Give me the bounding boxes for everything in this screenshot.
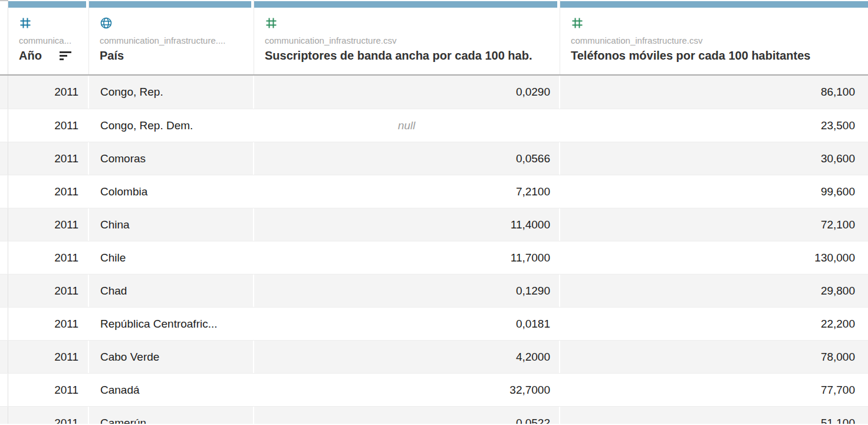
row-gutter (0, 142, 8, 175)
row-gutter (0, 374, 8, 406)
column-selection-bar (8, 1, 86, 8)
cell-banda: 0,0566 (254, 142, 560, 175)
field-name: Año (19, 48, 42, 63)
cell-ano: 2011 (8, 109, 89, 142)
cell-value: 0,1290 (516, 285, 550, 298)
column-selection-bar (560, 1, 868, 8)
cell-telefonos: 72,100 (560, 208, 868, 241)
cell-value: 99,600 (821, 185, 855, 198)
field-name: Teléfonos móviles por cada 100 habitante… (571, 48, 810, 63)
cell-value: Congo, Rep. Dem. (100, 119, 193, 132)
globe-icon (100, 17, 113, 30)
sort-descending-icon[interactable] (60, 51, 71, 60)
table-row: 2011Colombia7,210099,600 (0, 175, 868, 208)
field-name-row: País (100, 48, 248, 63)
cell-value: 11,4000 (511, 218, 550, 231)
cell-ano: 2011 (8, 308, 89, 340)
cell-pais: China (89, 208, 254, 241)
number-type-icon (19, 17, 32, 30)
cell-banda: 0,1290 (254, 274, 560, 307)
cell-value: 2011 (54, 318, 78, 331)
cell-ano: 2011 (8, 374, 89, 406)
row-gutter (0, 76, 8, 109)
cell-value: 2011 (54, 417, 78, 424)
number-type-icon (265, 17, 278, 30)
column-header-ano[interactable]: communica...Año (8, 0, 89, 74)
number-type-icon (571, 17, 584, 30)
cell-value: 2011 (54, 119, 78, 132)
field-name-row: Suscriptores de banda ancha por cada 100… (265, 48, 554, 63)
cell-value: China (100, 218, 130, 231)
cell-value: 130,000 (814, 251, 855, 264)
cell-banda: 11,4000 (254, 208, 560, 241)
cell-value: Camerún (100, 417, 146, 424)
cell-telefonos: 22,200 (560, 308, 868, 340)
column-headers: communica...Añocommunication_infrastruct… (0, 0, 868, 76)
cell-value: Colombia (100, 185, 147, 198)
cell-value: Cabo Verde (100, 351, 159, 364)
cell-value: 86,100 (821, 86, 855, 99)
cell-ano: 2011 (8, 208, 89, 241)
cell-ano: 2011 (8, 241, 89, 274)
cell-ano: 2011 (8, 76, 89, 109)
cell-telefonos: 78,000 (560, 341, 868, 373)
cell-value: 7,2100 (516, 185, 550, 198)
table-row: 2011Congo, Rep.0,029086,100 (0, 76, 868, 109)
table-row: 2011República Centroafric...0,018122,200 (0, 307, 868, 340)
cell-value: Canadá (100, 384, 140, 397)
cell-value: 0,0566 (516, 152, 550, 165)
data-source-grid: communica...Añocommunication_infrastruct… (0, 0, 868, 425)
cell-pais: Colombia (89, 175, 254, 208)
cell-telefonos: 23,500 (560, 109, 868, 142)
cell-value: 2011 (54, 152, 78, 165)
cell-banda: 0,0290 (254, 76, 560, 109)
cell-value: 2011 (54, 384, 78, 397)
cell-value: 22,200 (821, 318, 855, 331)
cell-pais: Canadá (89, 374, 254, 406)
table-body: 2011Congo, Rep.0,029086,1002011Congo, Re… (0, 76, 868, 424)
cell-banda: 32,7000 (254, 374, 560, 406)
column-header-telefonos[interactable]: communication_infrastructure.csvTeléfono… (560, 0, 868, 74)
cell-telefonos: 99,600 (560, 175, 868, 208)
cell-banda: 11,7000 (254, 241, 560, 274)
cell-value: República Centroafric... (100, 318, 218, 331)
cell-value: 0,0181 (516, 318, 550, 331)
cell-value: 78,000 (821, 351, 855, 364)
column-selection-bar (254, 1, 557, 8)
cell-telefonos: 29,800 (560, 274, 868, 307)
row-gutter (0, 175, 8, 208)
cell-value: Congo, Rep. (100, 86, 163, 99)
cell-value: 51,100 (821, 417, 855, 424)
cell-telefonos: 51,100 (560, 407, 868, 424)
cell-value: 4,2000 (516, 351, 550, 364)
row-gutter (0, 407, 8, 424)
cell-value: Comoras (100, 152, 146, 165)
field-name-row: Teléfonos móviles por cada 100 habitante… (571, 48, 862, 63)
cell-pais: Chad (89, 274, 254, 307)
cell-pais: Chile (89, 241, 254, 274)
cell-value: 2011 (54, 251, 78, 264)
column-header-banda[interactable]: communication_infrastructure.csvSuscript… (254, 0, 560, 74)
cell-telefonos: 30,600 (560, 142, 868, 175)
cell-value: 32,7000 (509, 384, 550, 397)
row-gutter (0, 308, 8, 340)
row-gutter (0, 341, 8, 373)
cell-banda: null (254, 109, 560, 142)
cell-ano: 2011 (8, 142, 89, 175)
cell-telefonos: 77,700 (560, 374, 868, 406)
header-gutter (0, 0, 8, 74)
table-row: 2011Chad0,129029,800 (0, 274, 868, 307)
cell-value: 23,500 (821, 119, 855, 132)
gutter-top-strip (0, 0, 8, 1)
table-row: 2011Comoras0,056630,600 (0, 142, 868, 175)
table-row: 2011Congo, Rep. Dem.null23,500 (0, 109, 868, 142)
cell-value: 77,700 (821, 384, 855, 397)
cell-banda: 7,2100 (254, 175, 560, 208)
cell-telefonos: 130,000 (560, 241, 868, 274)
cell-value: 2011 (54, 285, 78, 298)
column-header-pais[interactable]: communication_infrastructure....País (89, 0, 254, 74)
cell-value: 0,0522 (516, 417, 550, 424)
cell-value: 2011 (54, 218, 78, 231)
cell-value: 2011 (54, 351, 78, 364)
cell-banda: 0,0181 (254, 308, 560, 340)
